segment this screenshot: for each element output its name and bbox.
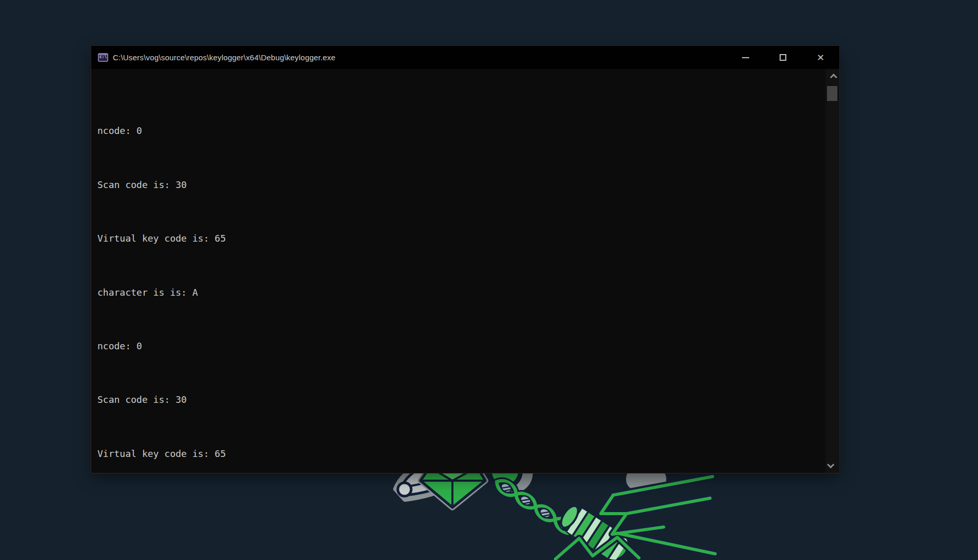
close-button[interactable]: ✕	[802, 46, 839, 69]
console-line: Scan code is: 30	[97, 178, 819, 192]
console-line: Virtual key code is: 65	[97, 232, 819, 245]
maximize-icon	[780, 54, 786, 61]
close-icon: ✕	[817, 53, 824, 62]
scrollbar-thumb[interactable]	[827, 86, 837, 101]
scroll-up-button[interactable]	[825, 70, 839, 84]
window-title: C:\Users\vog\source\repos\keylogger\x64\…	[113, 53, 335, 62]
maximize-button[interactable]	[764, 46, 802, 69]
console-line: ncode: 0	[97, 340, 819, 353]
console-output: ncode: 0 Scan code is: 30 Virtual key co…	[91, 69, 839, 473]
console-icon: c:\	[98, 53, 108, 62]
console-line: Virtual key code is: 65	[97, 447, 819, 461]
titlebar[interactable]: c:\ C:\Users\vog\source\repos\keylogger\…	[91, 46, 839, 69]
scroll-up-chevron-icon	[830, 74, 837, 81]
scroll-down-button[interactable]	[825, 457, 839, 472]
console-window: c:\ C:\Users\vog\source\repos\keylogger\…	[91, 45, 840, 473]
wallpaper-logo-art	[375, 465, 719, 560]
desktop-wallpaper: c:\ C:\Users\vog\source\repos\keylogger\…	[0, 0, 978, 560]
scroll-down-chevron-icon	[827, 461, 834, 468]
titlebar-left: c:\ C:\Users\vog\source\repos\keylogger\…	[91, 53, 727, 62]
console-output-area: ncode: 0 Scan code is: 30 Virtual key co…	[91, 69, 839, 473]
console-line: character is is: A	[97, 286, 819, 299]
console-line: Scan code is: 30	[97, 393, 819, 406]
console-line: ncode: 0	[97, 124, 819, 138]
window-controls: ✕	[727, 46, 839, 69]
minimize-button[interactable]	[727, 46, 764, 69]
console-scrollbar[interactable]	[825, 69, 839, 473]
minimize-icon	[742, 57, 749, 58]
